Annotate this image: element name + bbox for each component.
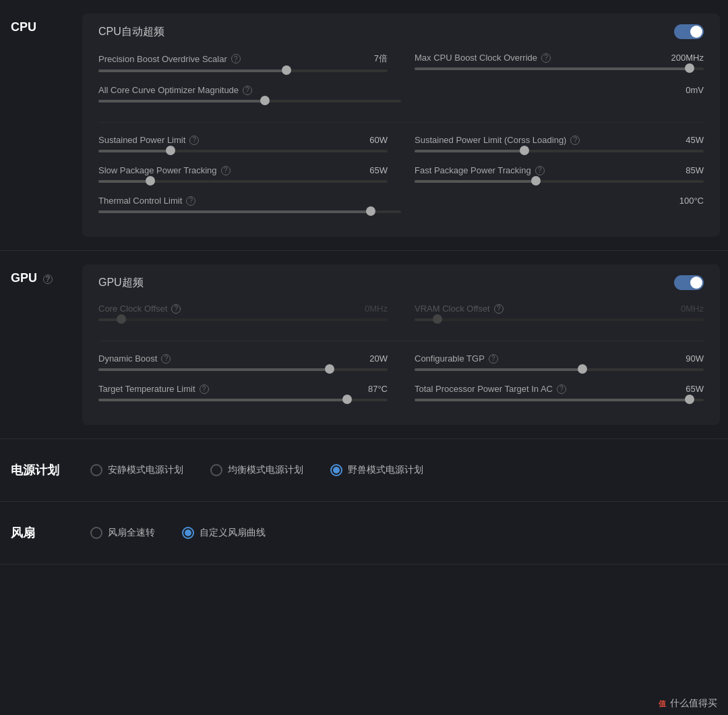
precision-boost-thumb[interactable] xyxy=(282,65,291,75)
slow-package-control: Slow Package Power Tracking ? 65W xyxy=(98,165,388,183)
target-temp-label-row: Target Temperature Limit ? 87°C xyxy=(98,384,388,394)
power-plan-quiet-radio[interactable] xyxy=(90,464,102,476)
fan-custom-option[interactable]: 自定义风扇曲线 xyxy=(182,527,266,539)
slow-package-track xyxy=(98,180,388,183)
sustained-power-corss-control: Sustained Power Limit (Corss Loading) ? … xyxy=(415,135,704,153)
thermal-control-slider[interactable] xyxy=(98,210,401,214)
sustained-power-corss-label-row: Sustained Power Limit (Corss Loading) ? … xyxy=(415,135,704,145)
target-temp-thumb[interactable] xyxy=(342,395,352,404)
bottom-bar: 值 什么值得买 xyxy=(648,692,728,715)
fast-package-label: Fast Package Power Tracking ? xyxy=(415,165,545,175)
configurable-tgp-help[interactable]: ? xyxy=(489,354,498,364)
thermal-control-help[interactable]: ? xyxy=(186,196,195,206)
power-plan-balanced-label: 均衡模式电源计划 xyxy=(228,464,303,476)
power-plan-quiet[interactable]: 安静模式电源计划 xyxy=(90,464,183,476)
fan-section: 风扇 风扇全速转 自定义风扇曲线 xyxy=(0,502,728,565)
all-core-curve-control: All Core Curve Optimizer Magnitude ? 0mV xyxy=(98,85,704,103)
precision-boost-value: 7倍 xyxy=(374,53,388,65)
power-plan-beast-radio[interactable] xyxy=(330,464,342,476)
dynamic-boost-help[interactable]: ? xyxy=(161,354,171,364)
fan-full-option[interactable]: 风扇全速转 xyxy=(90,527,155,539)
fast-package-fill xyxy=(415,180,536,183)
power-plan-options: 安静模式电源计划 均衡模式电源计划 野兽模式电源计划 xyxy=(90,464,423,476)
gpu-divider xyxy=(98,341,704,341)
power-plan-balanced[interactable]: 均衡模式电源计划 xyxy=(210,464,303,476)
gpu-title-text: GPU xyxy=(11,271,37,285)
slow-package-thumb[interactable] xyxy=(146,176,155,185)
target-temp-help[interactable]: ? xyxy=(200,384,209,394)
max-cpu-boost-thumb[interactable] xyxy=(685,63,694,73)
slow-package-help[interactable]: ? xyxy=(221,166,231,175)
gpu-help-icon[interactable]: ? xyxy=(43,275,53,284)
total-processor-fill xyxy=(415,399,690,401)
sustained-power-corss-thumb[interactable] xyxy=(520,146,529,155)
fast-package-help[interactable]: ? xyxy=(535,166,545,175)
sustained-power-corss-slider[interactable] xyxy=(415,149,704,153)
core-clock-control: Core Clock Offset ? 0MHz xyxy=(98,304,388,322)
target-temp-slider[interactable] xyxy=(98,398,388,402)
max-cpu-boost-fill xyxy=(415,67,690,70)
fast-package-thumb[interactable] xyxy=(531,176,541,185)
sustained-power-control: Sustained Power Limit ? 60W xyxy=(98,135,388,153)
all-core-curve-thumb[interactable] xyxy=(260,96,270,105)
total-processor-help[interactable]: ? xyxy=(557,384,566,394)
thermal-control-fill xyxy=(98,210,371,213)
all-core-curve-label: All Core Curve Optimizer Magnitude ? xyxy=(98,85,252,95)
configurable-tgp-slider[interactable] xyxy=(415,368,704,372)
total-processor-label: Total Processor Power Target In AC ? xyxy=(415,384,566,394)
thermal-control-label: Thermal Control Limit ? xyxy=(98,196,195,206)
cpu-label: CPU xyxy=(0,13,74,237)
cpu-header: CPU自动超频 xyxy=(98,24,704,39)
sustained-power-corss-track xyxy=(415,150,704,152)
slow-package-slider[interactable] xyxy=(98,179,388,183)
max-cpu-boost-help[interactable]: ? xyxy=(541,53,551,63)
gpu-section-title: GPU超频 xyxy=(98,276,144,290)
precision-boost-label: Precision Boost Overdrive Scalar ? xyxy=(98,54,241,64)
dynamic-boost-slider[interactable] xyxy=(98,368,388,372)
vram-clock-label-row: VRAM Clock Offset ? 0MHz xyxy=(415,304,704,314)
core-clock-value: 0MHz xyxy=(365,304,388,314)
vram-clock-label: VRAM Clock Offset ? xyxy=(415,304,504,314)
all-core-curve-help[interactable]: ? xyxy=(243,86,252,95)
power-plan-title: 电源计划 xyxy=(11,463,59,477)
all-core-curve-slider[interactable] xyxy=(98,99,401,103)
thermal-control: Thermal Control Limit ? 100°C xyxy=(98,196,704,214)
precision-boost-help[interactable]: ? xyxy=(231,54,241,63)
gpu-toggle[interactable] xyxy=(674,275,704,290)
configurable-tgp-thumb[interactable] xyxy=(578,364,587,374)
sustained-power-track xyxy=(98,150,388,152)
sustained-power-help[interactable]: ? xyxy=(189,136,199,145)
power-plan-beast[interactable]: 野兽模式电源计划 xyxy=(330,464,423,476)
core-clock-help[interactable]: ? xyxy=(171,304,181,314)
sustained-power-fill xyxy=(98,150,171,152)
total-processor-track xyxy=(415,399,704,401)
dynamic-boost-thumb[interactable] xyxy=(325,364,334,374)
thermal-control-track xyxy=(98,210,401,213)
sustained-power-label-row: Sustained Power Limit ? 60W xyxy=(98,135,388,145)
sustained-power-thumb[interactable] xyxy=(166,146,175,155)
total-processor-slider[interactable] xyxy=(415,398,704,402)
sustained-power-slider[interactable] xyxy=(98,149,388,153)
sustained-power-corss-label: Sustained Power Limit (Corss Loading) ? xyxy=(415,135,580,145)
power-plan-label: 电源计划 xyxy=(0,455,74,485)
fast-package-slider[interactable] xyxy=(415,179,704,183)
fan-options-container: 风扇全速转 自定义风扇曲线 xyxy=(74,527,282,539)
sustained-power-corss-help[interactable]: ? xyxy=(570,136,580,145)
gpu-power-controls: Dynamic Boost ? 20W Configurable TGP xyxy=(98,353,704,414)
total-processor-thumb[interactable] xyxy=(685,395,694,404)
power-plan-balanced-radio[interactable] xyxy=(210,464,222,476)
bottom-logo-icon: 值 xyxy=(659,699,666,709)
fan-full-radio[interactable] xyxy=(90,527,102,539)
fan-custom-radio[interactable] xyxy=(182,527,194,539)
max-cpu-boost-control: Max CPU Boost Clock Override ? 200MHz xyxy=(415,53,704,73)
thermal-control-thumb[interactable] xyxy=(366,206,375,216)
sustained-power-corss-value: 45W xyxy=(686,135,704,145)
vram-clock-help[interactable]: ? xyxy=(494,304,504,314)
max-cpu-boost-label-row: Max CPU Boost Clock Override ? 200MHz xyxy=(415,53,704,63)
cpu-toggle[interactable] xyxy=(674,24,704,39)
core-clock-slider xyxy=(98,318,388,322)
gpu-section: GPU ? GPU超频 Core Clock Offset ? 0MHz xyxy=(0,251,728,439)
precision-boost-slider[interactable] xyxy=(98,69,388,73)
dynamic-boost-label: Dynamic Boost ? xyxy=(98,353,171,364)
max-cpu-boost-slider[interactable] xyxy=(415,67,704,71)
